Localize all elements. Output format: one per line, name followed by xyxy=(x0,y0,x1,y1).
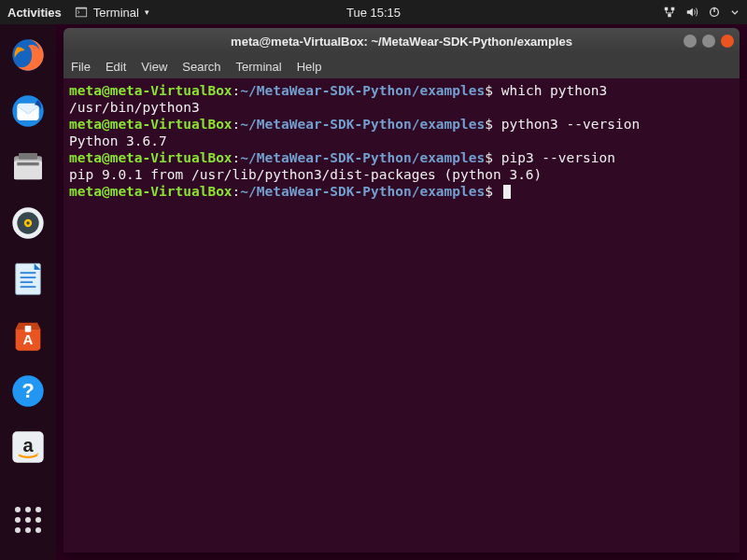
firefox-icon xyxy=(9,36,47,74)
terminal-cursor xyxy=(503,185,511,199)
menu-terminal[interactable]: Terminal xyxy=(236,60,282,74)
chevron-down-icon[interactable] xyxy=(730,7,740,17)
terminal-prompt-line: meta@meta-VirtualBox:~/MetaWear-SDK-Pyth… xyxy=(69,183,734,200)
svg-text:?: ? xyxy=(21,379,34,402)
terminal-output-line: pip 9.0.1 from /usr/lib/python3/dist-pac… xyxy=(69,166,734,183)
help-icon: ? xyxy=(9,372,47,410)
menu-view[interactable]: View xyxy=(141,60,167,74)
menu-file[interactable]: File xyxy=(71,60,91,74)
network-icon[interactable] xyxy=(663,6,676,19)
terminal-icon xyxy=(75,6,88,19)
window-titlebar[interactable]: meta@meta-VirtualBox: ~/MetaWear-SDK-Pyt… xyxy=(63,28,740,54)
terminal-body[interactable]: meta@meta-VirtualBox:~/MetaWear-SDK-Pyth… xyxy=(63,78,740,553)
svg-rect-3 xyxy=(671,7,675,11)
svg-rect-2 xyxy=(665,7,669,11)
window-title: meta@meta-VirtualBox: ~/MetaWear-SDK-Pyt… xyxy=(231,35,572,49)
system-top-bar: Activities Terminal ▾ Tue 15:15 xyxy=(0,0,747,24)
svg-text:A: A xyxy=(23,331,34,347)
launcher-ubuntu-software[interactable]: A xyxy=(7,314,49,357)
writer-icon xyxy=(9,260,47,298)
terminal-prompt-line: meta@meta-VirtualBox:~/MetaWear-SDK-Pyth… xyxy=(69,116,734,133)
svg-rect-13 xyxy=(19,153,37,160)
thunderbird-icon xyxy=(9,92,47,130)
svg-text:a: a xyxy=(22,435,34,455)
launcher-firefox[interactable] xyxy=(7,34,49,77)
svg-rect-11 xyxy=(17,162,38,165)
svg-rect-1 xyxy=(77,9,87,17)
window-maximize-button[interactable] xyxy=(702,35,715,48)
launcher-thunderbird[interactable] xyxy=(7,90,49,133)
menu-search[interactable]: Search xyxy=(182,60,220,74)
terminal-prompt-line: meta@meta-VirtualBox:~/MetaWear-SDK-Pyth… xyxy=(69,149,734,166)
menu-edit[interactable]: Edit xyxy=(106,60,126,74)
launcher-amazon[interactable]: a xyxy=(7,426,49,469)
terminal-window: meta@meta-VirtualBox: ~/MetaWear-SDK-Pyt… xyxy=(63,28,740,553)
menu-help[interactable]: Help xyxy=(297,60,322,74)
terminal-output-line: Python 3.6.7 xyxy=(69,133,734,149)
launcher-files[interactable] xyxy=(7,146,49,189)
files-icon xyxy=(9,148,47,186)
terminal-output-line: /usr/bin/python3 xyxy=(69,99,734,116)
dropdown-arrow-icon: ▾ xyxy=(145,7,149,17)
svg-rect-4 xyxy=(668,14,671,18)
launcher-dock: A ? a xyxy=(0,24,56,560)
launcher-libreoffice-writer[interactable] xyxy=(7,258,49,301)
power-icon[interactable] xyxy=(708,6,721,19)
rhythmbox-icon xyxy=(9,204,47,242)
amazon-icon: a xyxy=(9,428,47,466)
show-applications-button[interactable] xyxy=(7,498,49,541)
launcher-rhythmbox[interactable] xyxy=(7,202,49,245)
svg-rect-12 xyxy=(16,160,41,161)
launcher-help[interactable]: ? xyxy=(7,370,49,413)
app-menu-label: Terminal xyxy=(93,6,139,20)
window-close-button[interactable] xyxy=(721,35,734,48)
software-icon: A xyxy=(9,316,47,354)
window-minimize-button[interactable] xyxy=(684,35,697,48)
volume-icon[interactable] xyxy=(685,6,698,19)
clock[interactable]: Tue 15:15 xyxy=(346,6,401,20)
app-menu[interactable]: Terminal ▾ xyxy=(75,6,149,20)
activities-button[interactable]: Activities xyxy=(7,6,62,20)
terminal-menubar: File Edit View Search Terminal Help xyxy=(63,54,740,78)
terminal-prompt-line: meta@meta-VirtualBox:~/MetaWear-SDK-Pyth… xyxy=(69,82,734,99)
system-status-area[interactable] xyxy=(663,6,740,19)
svg-point-17 xyxy=(26,221,29,224)
